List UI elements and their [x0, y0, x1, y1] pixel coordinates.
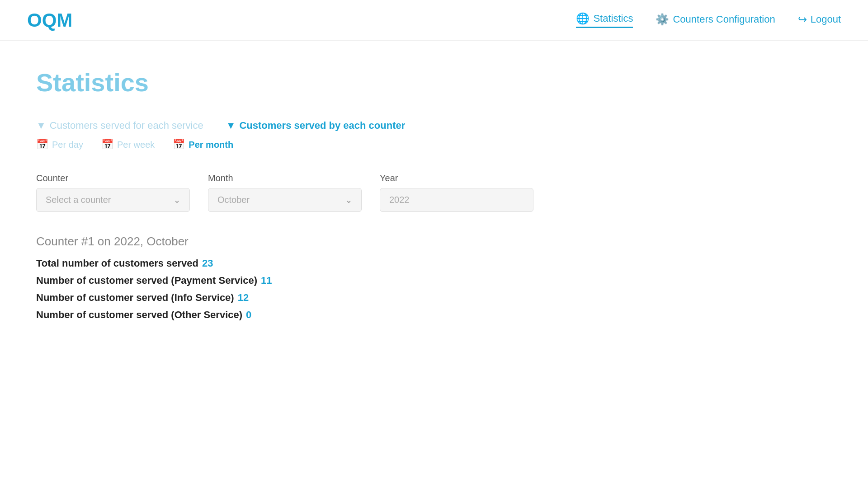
total-customers-value: 23 [202, 258, 213, 269]
nav-link-statistics[interactable]: 🌐 Statistics [576, 12, 633, 28]
counter-label: Counter [36, 173, 190, 183]
period-tab-day[interactable]: 📅 Per day [36, 139, 83, 150]
month-select-value: October [217, 195, 250, 205]
period-tab-month[interactable]: 📅 Per month [173, 139, 233, 150]
month-select[interactable]: October ⌄ [208, 188, 362, 212]
nav-link-counters-config[interactable]: ⚙️ Counters Configuration [656, 13, 775, 28]
logo: OQM [27, 9, 72, 31]
filter-counter-icon: ▼ [226, 120, 236, 131]
year-input[interactable]: 2022 [380, 188, 533, 212]
other-service-row: Number of customer served (Other Service… [36, 309, 832, 321]
period-tab-week[interactable]: 📅 Per week [101, 139, 155, 150]
payment-service-row: Number of customer served (Payment Servi… [36, 275, 832, 286]
year-label: Year [380, 173, 533, 183]
statistics-nav-icon: 🌐 [576, 12, 590, 25]
filter-tab-service[interactable]: ▼ Customers served for each service [36, 120, 203, 131]
month-form-group: Month October ⌄ [208, 173, 362, 212]
form-row: Counter Select a counter ⌄ Month October… [36, 173, 832, 212]
total-customers-row: Total number of customers served 23 [36, 258, 832, 269]
page-title: Statistics [36, 68, 832, 97]
period-month-icon: 📅 [173, 139, 185, 150]
year-form-group: Year 2022 [380, 173, 533, 212]
month-label: Month [208, 173, 362, 183]
nav-links: 🌐 Statistics ⚙️ Counters Configuration ↪… [576, 12, 841, 28]
counter-select-value: Select a counter [46, 195, 111, 205]
month-chevron-icon: ⌄ [345, 195, 352, 205]
counter-select[interactable]: Select a counter ⌄ [36, 188, 190, 212]
payment-service-value: 11 [261, 275, 272, 286]
counters-config-nav-icon: ⚙️ [656, 13, 669, 26]
logout-nav-icon: ↪ [798, 13, 807, 26]
results-section: Counter #1 on 2022, October Total number… [36, 235, 832, 321]
info-service-value: 12 [238, 292, 249, 304]
other-service-label: Number of customer served (Other Service… [36, 309, 242, 321]
year-input-value: 2022 [389, 195, 410, 205]
result-title: Counter #1 on 2022, October [36, 235, 832, 249]
navbar: OQM 🌐 Statistics ⚙️ Counters Configurati… [0, 0, 868, 41]
period-tabs-row: 📅 Per day 📅 Per week 📅 Per month [36, 139, 832, 150]
main-content: Statistics ▼ Customers served for each s… [0, 41, 868, 353]
counter-form-group: Counter Select a counter ⌄ [36, 173, 190, 212]
filter-tabs-row: ▼ Customers served for each service ▼ Cu… [36, 120, 832, 131]
filter-tab-counter[interactable]: ▼ Customers served by each counter [226, 120, 406, 131]
nav-link-logout[interactable]: ↪ Logout [798, 13, 841, 28]
total-customers-label: Total number of customers served [36, 258, 198, 269]
info-service-row: Number of customer served (Info Service)… [36, 292, 832, 304]
period-day-icon: 📅 [36, 139, 48, 150]
other-service-value: 0 [246, 309, 251, 321]
filter-service-icon: ▼ [36, 120, 46, 131]
period-week-icon: 📅 [101, 139, 113, 150]
counter-chevron-icon: ⌄ [174, 195, 180, 205]
payment-service-label: Number of customer served (Payment Servi… [36, 275, 257, 286]
info-service-label: Number of customer served (Info Service) [36, 292, 234, 304]
